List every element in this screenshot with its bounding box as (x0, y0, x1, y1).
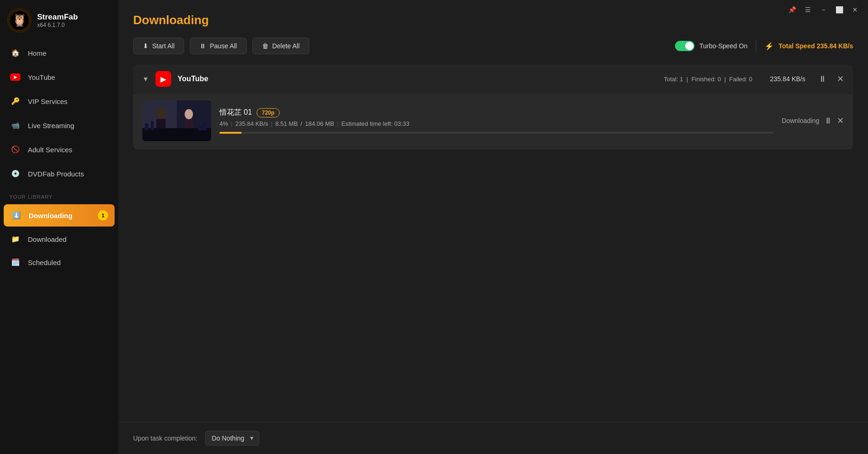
svg-rect-10 (145, 123, 148, 130)
library-section-label: YOUR LIBRARY (0, 186, 118, 203)
completion-select-wrapper: Do Nothing Shut down Sleep Exit ▼ (205, 431, 259, 446)
progress-pct: 4% (219, 120, 228, 127)
start-all-button[interactable]: ⬇ Start All (133, 38, 184, 54)
sidebar-label-live: Live Streaming (28, 122, 74, 130)
quality-badge: 720p (257, 108, 279, 117)
content-area: Downloading ⬇ Start All ⏸ Pause All 🗑 De… (118, 0, 868, 422)
live-icon: 📹 (9, 119, 21, 131)
logo-area: 🦉 StreamFab x64 6.1.7.0 (0, 0, 118, 41)
app-name: StreamFab (37, 13, 78, 22)
pause-all-button[interactable]: ⏸ Pause All (190, 38, 246, 54)
section-close-button[interactable]: ✕ (837, 74, 844, 84)
thumbnail-placeholder (142, 100, 211, 141)
item-stats: 4% | 235.84 KB/s | 8.51 MB / 184.06 MB |… (219, 120, 773, 127)
minimize-button[interactable]: − (817, 5, 830, 15)
sidebar-item-adult[interactable]: 🚫 Adult Services (0, 137, 118, 162)
page-title: Downloading (133, 13, 853, 27)
item-pause-button[interactable]: ⏸ (824, 116, 832, 126)
sidebar-label-scheduled: Scheduled (28, 259, 61, 266)
svg-rect-12 (203, 123, 206, 130)
sidebar-label-downloaded: Downloaded (28, 235, 66, 243)
svg-text:🦉: 🦉 (12, 13, 27, 27)
pin-button[interactable]: 📌 (785, 5, 798, 15)
downloading-badge: 1 (98, 210, 108, 221)
toolbar-divider (756, 40, 756, 52)
toolbar: ⬇ Start All ⏸ Pause All 🗑 Delete All Tur… (133, 38, 853, 54)
item-close-button[interactable]: ✕ (837, 116, 844, 126)
sidebar-item-home[interactable]: 🏠 Home (0, 41, 118, 65)
dvd-icon: 💿 (9, 168, 21, 180)
section-name-youtube: YouTube (178, 75, 208, 83)
start-all-icon: ⬇ (143, 42, 148, 50)
sidebar-item-vip[interactable]: 🔑 VIP Services (0, 89, 118, 113)
sidebar-label-downloading: Downloading (29, 212, 72, 220)
item-status: Downloading (782, 117, 819, 124)
sidebar-label-dvdfab: DVDFab Products (28, 170, 84, 178)
turbo-label: Turbo-Speed On (699, 42, 747, 50)
svg-rect-13 (198, 125, 203, 130)
svg-point-5 (156, 108, 166, 119)
maximize-button[interactable]: ⬜ (833, 5, 846, 15)
download-speed: 235.84 KB/s (235, 120, 268, 127)
sidebar-item-scheduled[interactable]: 🗓️ Scheduled (0, 251, 118, 274)
app-title-block: StreamFab x64 6.1.7.0 (37, 13, 78, 28)
sidebar-item-live[interactable]: 📹 Live Streaming (0, 113, 118, 137)
sidebar-item-downloaded[interactable]: 📁 Downloaded (0, 227, 118, 251)
sidebar-item-downloading[interactable]: ⬇️ Downloading 1 (4, 204, 115, 227)
item-info: 惜花芷 01 720p 4% | 235.84 KB/s | 8.51 MB /… (219, 108, 773, 134)
sidebar-item-dvdfab[interactable]: 💿 DVDFab Products (0, 162, 118, 186)
adult-icon: 🚫 (9, 143, 21, 156)
footer: Upon task completion: Do Nothing Shut do… (118, 422, 868, 454)
section-speed: 235.84 KB/s (770, 75, 805, 83)
main-area: 📌 ☰ − ⬜ ✕ Downloading ⬇ Start All ⏸ Paus… (118, 0, 868, 454)
section-stats: Total: 1 | Finished: 0 | Failed: 0 (664, 76, 752, 83)
scheduled-icon: 🗓️ (9, 256, 21, 268)
progress-bar-fill (219, 132, 242, 134)
turbo-toggle[interactable] (675, 41, 694, 51)
pause-all-icon: ⏸ (199, 42, 206, 50)
app-version: x64 6.1.7.0 (37, 22, 78, 28)
svg-point-7 (185, 109, 193, 119)
svg-rect-11 (151, 121, 154, 130)
downloaded-size: 8.51 MB (275, 120, 297, 127)
youtube-section-icon: ▶ (155, 71, 171, 87)
titlebar: 📌 ☰ − ⬜ ✕ (779, 0, 868, 19)
sidebar-label-home: Home (28, 49, 46, 57)
chevron-down-icon[interactable]: ▼ (142, 75, 149, 83)
turbo-toggle-thumb (685, 42, 694, 50)
completion-label: Upon task completion: (133, 435, 198, 442)
youtube-section: ▼ ▶ YouTube Total: 1 | Finished: 0 | Fai… (133, 65, 853, 149)
vip-icon: 🔑 (9, 95, 21, 107)
completion-select[interactable]: Do Nothing Shut down Sleep Exit (205, 431, 259, 446)
download-item: 惜花芷 01 720p 4% | 235.84 KB/s | 8.51 MB /… (133, 93, 853, 149)
sidebar: 🦉 StreamFab x64 6.1.7.0 🏠 Home YouTube 🔑… (0, 0, 118, 454)
home-icon: 🏠 (9, 47, 21, 59)
app-logo: 🦉 (7, 8, 32, 32)
sidebar-label-youtube: YouTube (28, 73, 55, 81)
item-title: 惜花芷 01 (219, 108, 252, 117)
eta-label: Estimated time left: 03:33 (341, 120, 410, 127)
item-actions: Downloading ⏸ ✕ (782, 116, 844, 126)
sidebar-label-adult: Adult Services (28, 146, 72, 154)
bolt-icon: ⚡ (765, 42, 774, 51)
youtube-icon (9, 71, 21, 83)
section-pause-button[interactable]: ⏸ (818, 74, 827, 84)
downloading-icon: ⬇️ (10, 209, 22, 221)
delete-all-icon: 🗑 (262, 42, 269, 50)
delete-all-button[interactable]: 🗑 Delete All (252, 38, 309, 54)
turbo-area: Turbo-Speed On ⚡ Total Speed 235.84 KB/s (675, 40, 853, 52)
menu-button[interactable]: ☰ (801, 5, 814, 15)
downloaded-icon: 📁 (9, 233, 21, 245)
sidebar-label-vip: VIP Services (28, 97, 68, 105)
close-button[interactable]: ✕ (849, 5, 862, 15)
progress-bar-background (219, 132, 773, 134)
item-title-row: 惜花芷 01 720p (219, 108, 773, 117)
total-speed-label: Total Speed 235.84 KB/s (778, 42, 853, 50)
section-header-youtube: ▼ ▶ YouTube Total: 1 | Finished: 0 | Fai… (133, 65, 853, 93)
total-size: 184.06 MB (305, 120, 334, 127)
sidebar-item-youtube[interactable]: YouTube (0, 65, 118, 89)
item-thumbnail (142, 100, 211, 141)
